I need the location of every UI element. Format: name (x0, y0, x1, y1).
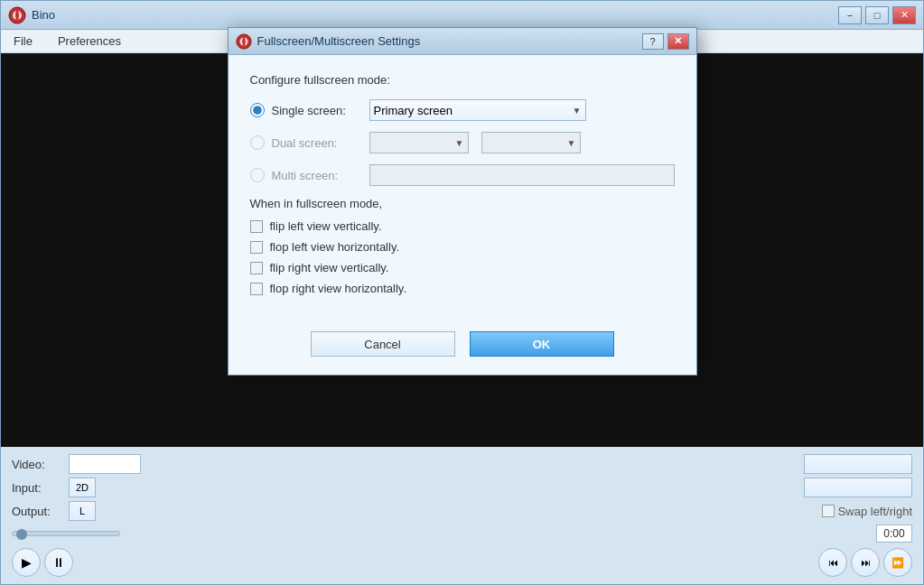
dual-screen-radio[interactable] (250, 135, 265, 150)
dropdown-arrow-dual2: ▼ (567, 138, 576, 148)
flip-right-row: flip right view vertically. (250, 261, 675, 274)
multi-screen-input[interactable] (369, 164, 675, 186)
dialog-body: Configure fullscreen mode: Single screen… (229, 55, 696, 320)
dialog-title: Fullscreen/Multiscreen Settings (257, 34, 642, 48)
when-section: When in fullscreen mode, (250, 197, 675, 210)
dialog-footer: Cancel OK (229, 320, 696, 375)
flop-left-checkbox[interactable] (250, 241, 263, 254)
flip-left-row: flip left view vertically. (250, 219, 675, 233)
dialog-help-button[interactable]: ? (642, 33, 664, 50)
flip-left-checkbox[interactable] (250, 220, 263, 233)
flop-left-label: flop left view horizontally. (270, 240, 400, 254)
single-screen-label: Single screen: (272, 104, 362, 117)
flip-right-label: flip right view vertically. (270, 261, 389, 274)
cancel-button[interactable]: Cancel (311, 331, 455, 357)
dual-screen-row: Dual screen: ▼ ▼ (250, 132, 675, 153)
dialog: Fullscreen/Multiscreen Settings ? ✕ Conf… (228, 27, 697, 376)
flop-right-checkbox[interactable] (250, 283, 263, 295)
dialog-tb-buttons: ? ✕ (642, 33, 689, 50)
multi-screen-radio[interactable] (250, 168, 265, 182)
dialog-icon (236, 33, 252, 50)
dropdown-arrow-dual1: ▼ (455, 138, 464, 148)
dialog-overlay: Fullscreen/Multiscreen Settings ? ✕ Conf… (0, 0, 924, 585)
single-screen-radio[interactable] (250, 103, 265, 117)
multi-screen-label: Multi screen: (272, 169, 362, 182)
flip-left-label: flip left view vertically. (270, 219, 382, 233)
flop-left-row: flop left view horizontally. (250, 240, 675, 254)
dual-screen-dropdown-1[interactable]: ▼ (369, 132, 469, 153)
primary-screen-dropdown[interactable]: Primary screen ▼ (369, 99, 586, 121)
dropdown-arrow-primary: ▼ (573, 106, 582, 116)
flip-right-checkbox[interactable] (250, 262, 263, 274)
dialog-title-bar: Fullscreen/Multiscreen Settings ? ✕ (229, 28, 696, 55)
multi-screen-row: Multi screen: (250, 164, 675, 186)
dual-screen-dropdown-2[interactable]: ▼ (481, 132, 581, 153)
flop-right-row: flop right view horizontally. (250, 282, 675, 295)
single-screen-row: Single screen: Primary screen ▼ (250, 99, 675, 121)
dialog-close-button[interactable]: ✕ (667, 33, 689, 50)
flop-right-label: flop right view horizontally. (270, 282, 407, 295)
configure-title: Configure fullscreen mode: (250, 73, 675, 87)
primary-screen-value: Primary screen (374, 104, 453, 117)
dual-screen-label: Dual screen: (272, 136, 362, 150)
ok-button[interactable]: OK (470, 331, 614, 357)
